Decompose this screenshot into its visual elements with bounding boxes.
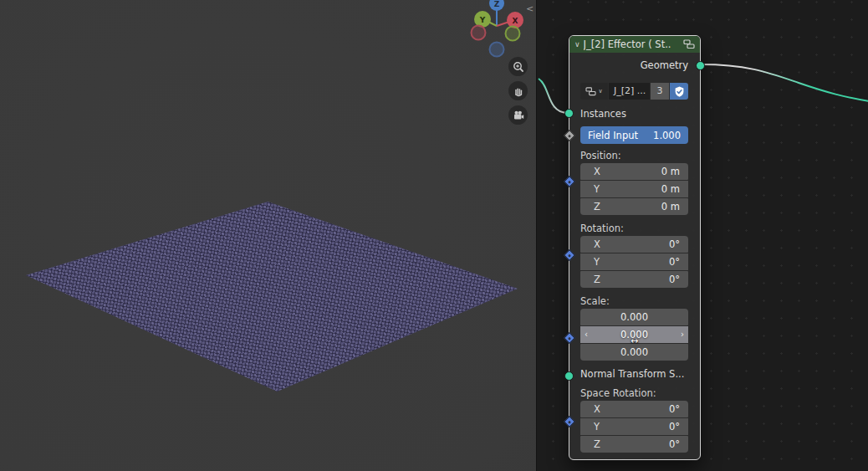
axis-label: Y — [594, 418, 600, 435]
axis-value: 0° — [669, 253, 680, 270]
region-collapse-arrow[interactable]: < — [526, 3, 534, 15]
hand-icon — [512, 84, 525, 98]
3d-viewport[interactable]: Z Y X — [0, 0, 536, 471]
magnifier-plus-icon — [512, 60, 525, 74]
blender-window: Z Y X — [0, 0, 868, 471]
node-group-icon — [683, 39, 695, 49]
gizmo-minus-z-ball[interactable] — [490, 43, 504, 57]
axis-value: 0 m — [661, 181, 680, 197]
axis-label: Y — [594, 253, 600, 270]
field-input-slider[interactable]: Field Input 1.000 — [580, 126, 688, 144]
space-rotation-x-field[interactable]: X 0° — [580, 401, 688, 417]
scale-z-field[interactable]: 0.000 — [580, 344, 688, 361]
gizmo-minus-x-ball[interactable] — [472, 26, 486, 40]
geometry-output-socket[interactable] — [696, 61, 705, 70]
axis-label: Z — [594, 271, 600, 288]
increment-arrow-icon[interactable]: › — [681, 326, 684, 343]
position-heading: Position: — [580, 148, 688, 163]
space-rotation-heading: Space Rotation: — [580, 386, 688, 401]
position-fields: X 0 m Y 0 m Z 0 m — [580, 163, 688, 215]
scale-y-field-hovered[interactable]: ‹ 0.000 › ↔ — [580, 326, 688, 343]
fake-user-toggle[interactable] — [670, 83, 688, 100]
instanced-plane-mesh[interactable] — [26, 202, 518, 392]
axis-label: X — [594, 163, 600, 180]
normal-transform-input-socket[interactable] — [564, 371, 574, 381]
axis-value: 0 m — [661, 198, 680, 215]
scale-fields: 0.000 ‹ 0.000 › ↔ 0.000 — [580, 309, 688, 361]
axis-value: 0° — [669, 418, 680, 435]
shield-check-icon — [673, 85, 686, 98]
datablock-icon — [585, 87, 596, 96]
rotation-z-field[interactable]: Z 0° — [580, 271, 688, 288]
scale-x-field[interactable]: 0.000 — [580, 309, 688, 325]
gizmo-y-label: Y — [479, 16, 486, 24]
object-selector-row: ∨ J_[2] ... 3 — [580, 83, 688, 100]
space-rotation-fields: X 0° Y 0° Z 0° — [580, 401, 688, 453]
gizmo-minus-y-ball[interactable] — [506, 27, 520, 41]
datablock-name-field[interactable]: J_[2] ... — [609, 83, 650, 100]
navigation-gizmo[interactable]: Z Y X — [465, 0, 532, 64]
position-x-field[interactable]: X 0 m — [580, 163, 688, 180]
gizmo-z-label: Z — [494, 0, 500, 8]
axis-label: Z — [594, 436, 600, 453]
movie-camera-icon — [512, 109, 525, 122]
wire-from-geometry — [701, 64, 868, 101]
viewport-zoom-button[interactable] — [508, 57, 528, 76]
axis-label: Y — [594, 181, 600, 197]
position-z-field[interactable]: Z 0 m — [580, 198, 688, 215]
viewport-camera-button[interactable] — [508, 105, 528, 125]
viewport-pan-button[interactable] — [508, 81, 528, 100]
gizmo-x-label: X — [513, 17, 518, 25]
user-count-badge[interactable]: 3 — [651, 83, 669, 100]
rotation-x-field[interactable]: X 0° — [580, 236, 688, 253]
space-rotation-z-field[interactable]: Z 0° — [580, 436, 688, 453]
geometry-node-editor[interactable]: ∨ J_[2] Effector ( St.. Geometry ∨ — [536, 0, 868, 471]
dropdown-caret-icon: ∨ — [598, 88, 602, 95]
axis-label: Z — [594, 198, 600, 215]
normal-transform-input-label: Normal Transform S... — [580, 366, 688, 381]
decrement-arrow-icon[interactable]: ‹ — [585, 326, 588, 343]
wire-into-instances — [539, 79, 567, 113]
instances-input-socket[interactable] — [564, 109, 574, 118]
effector-group-node[interactable]: ∨ J_[2] Effector ( St.. Geometry ∨ — [569, 35, 701, 460]
collapse-chevron-icon[interactable]: ∨ — [574, 36, 580, 53]
rotation-fields: X 0° Y 0° Z 0° — [580, 236, 688, 288]
scale-heading: Scale: — [580, 294, 688, 309]
rotation-y-field[interactable]: Y 0° — [580, 253, 688, 270]
axis-label: X — [594, 401, 600, 417]
axis-value: 0° — [669, 436, 680, 453]
node-header[interactable]: ∨ J_[2] Effector ( St.. — [569, 36, 700, 53]
geometry-output-label: Geometry — [580, 56, 688, 74]
position-y-field[interactable]: Y 0 m — [580, 181, 688, 197]
axis-value: 0 m — [661, 163, 680, 180]
field-input-label: Field Input — [588, 130, 638, 141]
instances-input-label: Instances — [580, 106, 688, 121]
space-rotation-y-field[interactable]: Y 0° — [580, 418, 688, 435]
axis-value: 0° — [669, 401, 680, 417]
rotation-heading: Rotation: — [580, 221, 688, 236]
object-browse-button[interactable]: ∨ — [580, 83, 608, 100]
node-title: J_[2] Effector ( St.. — [584, 36, 680, 53]
axis-label: X — [594, 236, 600, 253]
axis-value: 0° — [669, 236, 680, 253]
node-body: Geometry ∨ J_[2] ... 3 — [569, 56, 700, 459]
gizmo-z-ball[interactable]: Z — [489, 0, 504, 11]
field-input-value: 1.000 — [653, 130, 681, 141]
axis-value: 0° — [669, 271, 680, 288]
